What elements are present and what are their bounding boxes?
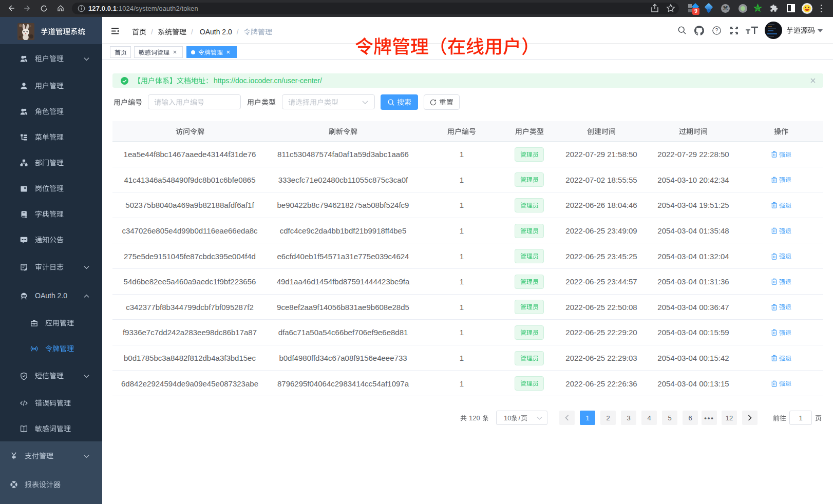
svg-text:?: ?: [715, 27, 718, 33]
